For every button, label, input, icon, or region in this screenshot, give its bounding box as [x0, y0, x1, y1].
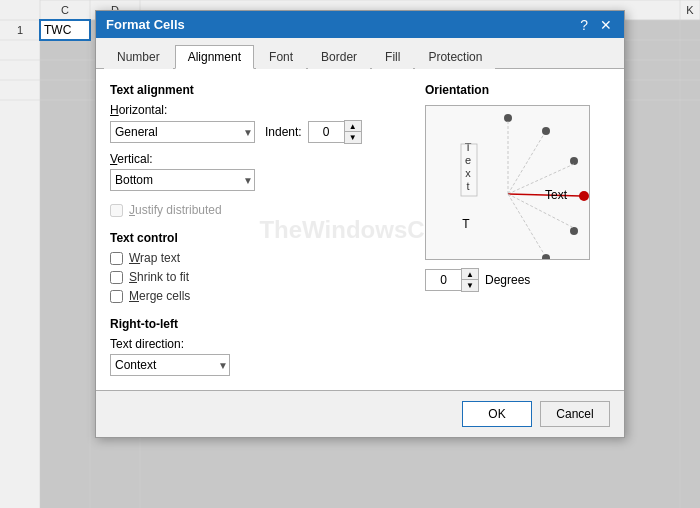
rtl-label: Right-to-left	[110, 317, 405, 331]
text-control-label: Text control	[110, 231, 405, 245]
dialog-footer: OK Cancel	[96, 390, 624, 437]
svg-text:1: 1	[17, 24, 23, 36]
shrink-label: Shrink to fit	[129, 270, 189, 284]
tab-fill[interactable]: Fill	[372, 45, 413, 69]
shrink-row: Shrink to fit	[110, 270, 405, 284]
svg-text:K: K	[686, 4, 694, 16]
svg-text:TWC: TWC	[44, 23, 72, 37]
indent-down-button[interactable]: ▼	[345, 132, 361, 143]
justify-row: Justify distributed	[110, 203, 405, 217]
tab-number[interactable]: Number	[104, 45, 173, 69]
ok-button[interactable]: OK	[462, 401, 532, 427]
tab-alignment[interactable]: Alignment	[175, 45, 254, 69]
svg-text:T: T	[465, 141, 472, 153]
left-panel: Text alignment Horizontal: General Left …	[110, 83, 405, 376]
horizontal-label: Horizontal:	[110, 103, 405, 117]
wrap-text-checkbox[interactable]	[110, 252, 123, 265]
vertical-label: Vertical:	[110, 152, 405, 166]
svg-text:Text: Text	[545, 188, 568, 202]
format-cells-dialog: Format Cells ? ✕ Number Alignment Font B…	[95, 10, 625, 438]
indent-spinner: ▲ ▼	[308, 120, 362, 144]
indent-up-button[interactable]: ▲	[345, 121, 361, 132]
tab-protection[interactable]: Protection	[415, 45, 495, 69]
close-button[interactable]: ✕	[598, 18, 614, 32]
svg-text:e: e	[465, 154, 471, 166]
indent-row: Indent: ▲ ▼	[265, 120, 362, 144]
dialog-body: TheWindowsClub Text alignment Horizontal…	[96, 69, 624, 390]
text-direction-select[interactable]: Context Left-to-Right Right-to-Left	[110, 354, 230, 376]
merge-label: Merge cells	[129, 289, 190, 303]
right-panel: Orientation	[425, 83, 610, 376]
horizontal-row: General Left (Indent) Center Right (Inde…	[110, 120, 405, 144]
svg-text:t: t	[466, 180, 469, 192]
wrap-text-label: Wrap text	[129, 251, 180, 265]
svg-text:T: T	[462, 217, 470, 231]
orientation-box: T T e x t Text	[425, 105, 590, 260]
text-control-section: Text control Wrap text Shrink to fit	[110, 231, 405, 303]
text-alignment-section: Text alignment Horizontal: General Left …	[110, 83, 405, 217]
tab-bar: Number Alignment Font Border Fill Protec…	[96, 38, 624, 69]
vertical-select[interactable]: Top Center Bottom Justify	[110, 169, 255, 191]
indent-spinner-buttons: ▲ ▼	[344, 120, 362, 144]
orientation-label: Orientation	[425, 83, 610, 97]
cancel-button[interactable]: Cancel	[540, 401, 610, 427]
svg-text:C: C	[61, 4, 69, 16]
degrees-input[interactable]	[425, 269, 461, 291]
horizontal-select[interactable]: General Left (Indent) Center Right (Inde…	[110, 121, 255, 143]
title-bar-controls: ? ✕	[578, 18, 614, 32]
orientation-diagram: T T e x t Text	[426, 106, 590, 260]
vertical-select-wrapper: Top Center Bottom Justify ▼	[110, 169, 255, 191]
svg-point-22	[570, 157, 578, 165]
text-direction-label: Text direction:	[110, 337, 405, 351]
degrees-spinner-buttons: ▲ ▼	[461, 268, 479, 292]
indent-input[interactable]	[308, 121, 344, 143]
justify-label: Justify distributed	[129, 203, 222, 217]
merge-row: Merge cells	[110, 289, 405, 303]
wrap-text-row: Wrap text	[110, 251, 405, 265]
degrees-up-button[interactable]: ▲	[462, 269, 478, 280]
svg-point-24	[570, 227, 578, 235]
degrees-label: Degrees	[485, 273, 530, 287]
justify-checkbox[interactable]	[110, 204, 123, 217]
dialog-title-bar: Format Cells ? ✕	[96, 11, 624, 38]
degrees-spinner: ▲ ▼	[425, 268, 479, 292]
degrees-row: ▲ ▼ Degrees	[425, 268, 610, 292]
text-alignment-label: Text alignment	[110, 83, 405, 97]
tab-border[interactable]: Border	[308, 45, 370, 69]
svg-text:x: x	[465, 167, 471, 179]
svg-point-21	[542, 127, 550, 135]
indent-label: Indent:	[265, 125, 302, 139]
shrink-checkbox[interactable]	[110, 271, 123, 284]
text-direction-wrapper: Context Left-to-Right Right-to-Left ▼	[110, 354, 230, 376]
help-button[interactable]: ?	[578, 18, 590, 32]
merge-checkbox[interactable]	[110, 290, 123, 303]
horizontal-select-wrapper: General Left (Indent) Center Right (Inde…	[110, 121, 255, 143]
svg-rect-2	[0, 0, 40, 508]
dialog-title: Format Cells	[106, 17, 185, 32]
degrees-down-button[interactable]: ▼	[462, 280, 478, 291]
tab-font[interactable]: Font	[256, 45, 306, 69]
rtl-section: Right-to-left Text direction: Context Le…	[110, 317, 405, 376]
svg-point-20	[504, 114, 512, 122]
